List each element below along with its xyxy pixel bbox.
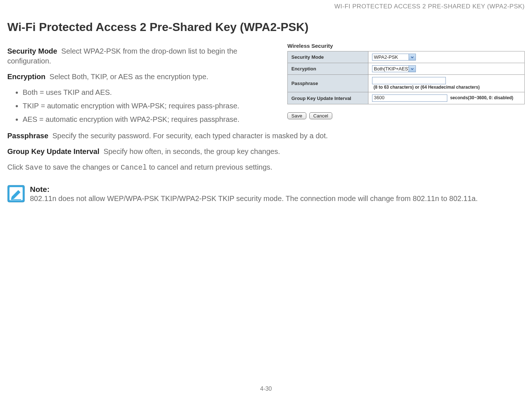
label-passphrase: Passphrase bbox=[288, 75, 368, 92]
click-save: Save bbox=[25, 163, 43, 172]
passphrase-hint: (8 to 63 characters) or (64 Hexadecimal … bbox=[374, 85, 480, 90]
para-passphrase: Passphrase Specify the security password… bbox=[7, 131, 525, 141]
text-passphrase: Specify the security password. For secur… bbox=[52, 132, 328, 140]
panel-title: Wireless Security bbox=[287, 43, 525, 49]
label-encryption: Encryption bbox=[288, 63, 368, 75]
row-encryption: Encryption Both(TKIP+AES) bbox=[288, 63, 525, 75]
row-security-mode: Security Mode WPA2-PSK bbox=[288, 51, 525, 63]
term-passphrase: Passphrase bbox=[7, 132, 48, 140]
chevron-down-icon bbox=[409, 54, 416, 60]
para-click-line: Click Save to save the changes or Cancel… bbox=[7, 162, 525, 173]
text-group-key: Specify how often, in seconds, the group… bbox=[103, 147, 280, 155]
label-security-mode: Security Mode bbox=[288, 51, 368, 63]
chevron-down-icon bbox=[409, 66, 416, 72]
note-body: 802.11n does not allow WEP/WPA-PSK TKIP/… bbox=[30, 194, 478, 203]
encryption-value: Both(TKIP+AES) bbox=[374, 66, 410, 72]
note-block: Note: 802.11n does not allow WEP/WPA-PSK… bbox=[7, 185, 525, 203]
click-mid: to save the changes or bbox=[43, 163, 120, 171]
encryption-select[interactable]: Both(TKIP+AES) bbox=[372, 65, 416, 72]
page-title: Wi-Fi Protected Access 2 Pre-Shared Key … bbox=[7, 20, 525, 34]
settings-table: Security Mode WPA2-PSK Encryption Both(T… bbox=[287, 51, 525, 104]
text-encryption: Select Both, TKIP, or AES as the encrypt… bbox=[50, 73, 208, 81]
click-cancel: Cancel bbox=[120, 163, 147, 172]
note-title: Note: bbox=[30, 185, 478, 194]
para-group-key: Group Key Update Interval Specify how of… bbox=[7, 147, 525, 157]
running-header: WI-FI PROTECTED ACCESS 2 PRE-SHARED KEY … bbox=[7, 0, 525, 10]
security-mode-select[interactable]: WPA2-PSK bbox=[372, 54, 416, 61]
security-mode-value: WPA2-PSK bbox=[374, 54, 398, 60]
click-pre: Click bbox=[7, 163, 25, 171]
label-group-key: Group Key Update Interval bbox=[288, 92, 368, 104]
wireless-security-panel: Wireless Security Security Mode WPA2-PSK… bbox=[287, 43, 525, 119]
term-security-mode: Security Mode bbox=[7, 47, 57, 55]
group-key-input[interactable]: 3600 bbox=[372, 94, 447, 102]
note-icon bbox=[7, 185, 25, 202]
save-button[interactable]: Save bbox=[287, 112, 306, 119]
term-group-key: Group Key Update Interval bbox=[7, 147, 99, 155]
group-key-hint: seconds(30~3600, 0: disabled) bbox=[450, 95, 513, 100]
row-group-key: Group Key Update Interval 3600 seconds(3… bbox=[288, 92, 525, 104]
passphrase-input[interactable] bbox=[372, 77, 446, 84]
cancel-button[interactable]: Cancel bbox=[309, 112, 332, 119]
term-encryption: Encryption bbox=[7, 73, 45, 81]
row-passphrase: Passphrase (8 to 63 characters) or (64 H… bbox=[288, 75, 525, 92]
click-post: to cancel and return previous settings. bbox=[147, 163, 272, 171]
